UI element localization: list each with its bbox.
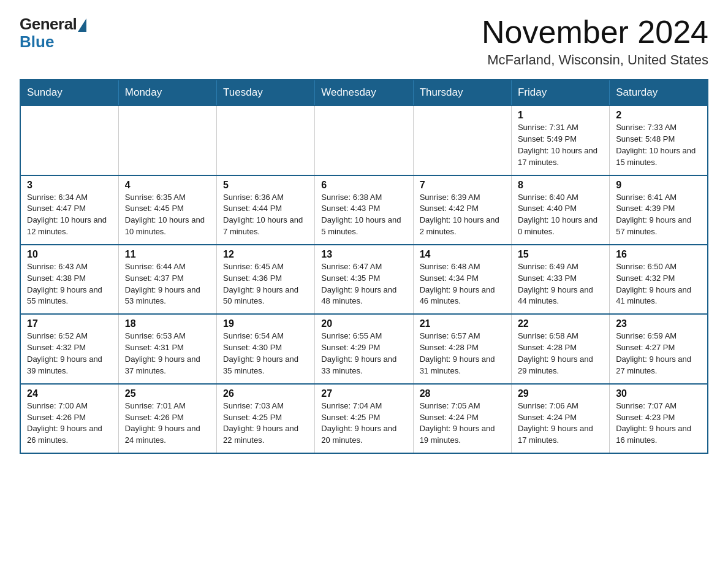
day-number: 24 [27, 388, 112, 399]
day-number: 9 [616, 180, 701, 191]
calendar-day-cell: 28Sunrise: 7:05 AM Sunset: 4:24 PM Dayli… [413, 384, 511, 453]
day-number: 10 [27, 249, 112, 260]
calendar-day-cell: 8Sunrise: 6:40 AM Sunset: 4:40 PM Daylig… [511, 175, 609, 245]
logo: General Blue [20, 15, 86, 52]
day-number: 18 [125, 318, 210, 329]
calendar-day-cell: 30Sunrise: 7:07 AM Sunset: 4:23 PM Dayli… [610, 384, 708, 453]
day-info: Sunrise: 6:47 AM Sunset: 4:35 PM Dayligh… [321, 261, 406, 307]
calendar-day-cell: 16Sunrise: 6:50 AM Sunset: 4:32 PM Dayli… [610, 245, 708, 314]
day-info: Sunrise: 7:00 AM Sunset: 4:26 PM Dayligh… [27, 400, 112, 446]
day-number: 4 [125, 180, 210, 191]
day-info: Sunrise: 6:44 AM Sunset: 4:37 PM Dayligh… [125, 261, 210, 307]
calendar-day-cell: 10Sunrise: 6:43 AM Sunset: 4:38 PM Dayli… [20, 245, 118, 314]
title-block: November 2024 McFarland, Wisconsin, Unit… [482, 15, 708, 68]
day-of-week-header: Sunday [20, 80, 118, 105]
day-number: 23 [616, 318, 701, 329]
page-header: General Blue November 2024 McFarland, Wi… [20, 15, 708, 68]
day-info: Sunrise: 6:40 AM Sunset: 4:40 PM Dayligh… [518, 192, 603, 238]
calendar-day-cell: 5Sunrise: 6:36 AM Sunset: 4:44 PM Daylig… [217, 175, 315, 245]
day-info: Sunrise: 6:41 AM Sunset: 4:39 PM Dayligh… [616, 192, 701, 238]
day-info: Sunrise: 6:45 AM Sunset: 4:36 PM Dayligh… [223, 261, 308, 307]
calendar-week-row: 1Sunrise: 7:31 AM Sunset: 5:49 PM Daylig… [20, 105, 708, 175]
day-number: 8 [518, 180, 603, 191]
day-info: Sunrise: 6:54 AM Sunset: 4:30 PM Dayligh… [223, 331, 308, 377]
calendar-day-cell [315, 105, 413, 175]
day-number: 6 [321, 180, 406, 191]
calendar-day-cell: 23Sunrise: 6:59 AM Sunset: 4:27 PM Dayli… [610, 314, 708, 383]
day-number: 17 [27, 318, 112, 329]
calendar-day-cell: 22Sunrise: 6:58 AM Sunset: 4:28 PM Dayli… [511, 314, 609, 383]
calendar-day-cell: 21Sunrise: 6:57 AM Sunset: 4:28 PM Dayli… [413, 314, 511, 383]
day-of-week-header: Tuesday [217, 80, 315, 105]
day-number: 20 [321, 318, 406, 329]
calendar-title: November 2024 [482, 15, 708, 50]
calendar-table: SundayMondayTuesdayWednesdayThursdayFrid… [20, 79, 708, 454]
day-of-week-header: Monday [118, 80, 216, 105]
day-of-week-header: Saturday [610, 80, 708, 105]
day-info: Sunrise: 6:58 AM Sunset: 4:28 PM Dayligh… [518, 331, 603, 377]
calendar-day-cell: 11Sunrise: 6:44 AM Sunset: 4:37 PM Dayli… [118, 245, 216, 314]
day-info: Sunrise: 6:36 AM Sunset: 4:44 PM Dayligh… [223, 192, 308, 238]
calendar-day-cell [20, 105, 118, 175]
day-number: 13 [321, 249, 406, 260]
day-number: 11 [125, 249, 210, 260]
calendar-day-cell: 25Sunrise: 7:01 AM Sunset: 4:26 PM Dayli… [118, 384, 216, 453]
day-info: Sunrise: 7:03 AM Sunset: 4:25 PM Dayligh… [223, 400, 308, 446]
day-of-week-header: Wednesday [315, 80, 413, 105]
calendar-day-cell: 29Sunrise: 7:06 AM Sunset: 4:24 PM Dayli… [511, 384, 609, 453]
day-info: Sunrise: 6:43 AM Sunset: 4:38 PM Dayligh… [27, 261, 112, 307]
calendar-day-cell: 19Sunrise: 6:54 AM Sunset: 4:30 PM Dayli… [217, 314, 315, 383]
calendar-day-cell: 27Sunrise: 7:04 AM Sunset: 4:25 PM Dayli… [315, 384, 413, 453]
day-number: 15 [518, 249, 603, 260]
day-info: Sunrise: 6:50 AM Sunset: 4:32 PM Dayligh… [616, 261, 701, 307]
day-number: 26 [223, 388, 308, 399]
day-number: 25 [125, 388, 210, 399]
logo-blue-text: Blue [20, 33, 54, 52]
day-number: 16 [616, 249, 701, 260]
day-number: 7 [420, 180, 505, 191]
day-info: Sunrise: 6:57 AM Sunset: 4:28 PM Dayligh… [420, 331, 505, 377]
day-number: 1 [518, 110, 603, 121]
calendar-day-cell [118, 105, 216, 175]
calendar-header-row: SundayMondayTuesdayWednesdayThursdayFrid… [20, 80, 708, 105]
calendar-day-cell: 6Sunrise: 6:38 AM Sunset: 4:43 PM Daylig… [315, 175, 413, 245]
day-info: Sunrise: 7:05 AM Sunset: 4:24 PM Dayligh… [420, 400, 505, 446]
day-number: 12 [223, 249, 308, 260]
day-number: 14 [420, 249, 505, 260]
day-number: 29 [518, 388, 603, 399]
day-number: 2 [616, 110, 701, 121]
calendar-day-cell [413, 105, 511, 175]
day-number: 27 [321, 388, 406, 399]
calendar-day-cell: 2Sunrise: 7:33 AM Sunset: 5:48 PM Daylig… [610, 105, 708, 175]
day-info: Sunrise: 6:53 AM Sunset: 4:31 PM Dayligh… [125, 331, 210, 377]
calendar-week-row: 3Sunrise: 6:34 AM Sunset: 4:47 PM Daylig… [20, 175, 708, 245]
day-info: Sunrise: 6:49 AM Sunset: 4:33 PM Dayligh… [518, 261, 603, 307]
day-info: Sunrise: 6:59 AM Sunset: 4:27 PM Dayligh… [616, 331, 701, 377]
logo-triangle-icon [78, 18, 86, 32]
calendar-day-cell: 15Sunrise: 6:49 AM Sunset: 4:33 PM Dayli… [511, 245, 609, 314]
day-number: 21 [420, 318, 505, 329]
day-info: Sunrise: 6:48 AM Sunset: 4:34 PM Dayligh… [420, 261, 505, 307]
day-info: Sunrise: 7:07 AM Sunset: 4:23 PM Dayligh… [616, 400, 701, 446]
day-info: Sunrise: 7:01 AM Sunset: 4:26 PM Dayligh… [125, 400, 210, 446]
day-number: 28 [420, 388, 505, 399]
day-info: Sunrise: 6:39 AM Sunset: 4:42 PM Dayligh… [420, 192, 505, 238]
calendar-day-cell: 24Sunrise: 7:00 AM Sunset: 4:26 PM Dayli… [20, 384, 118, 453]
calendar-week-row: 10Sunrise: 6:43 AM Sunset: 4:38 PM Dayli… [20, 245, 708, 314]
calendar-day-cell: 3Sunrise: 6:34 AM Sunset: 4:47 PM Daylig… [20, 175, 118, 245]
calendar-day-cell: 12Sunrise: 6:45 AM Sunset: 4:36 PM Dayli… [217, 245, 315, 314]
calendar-subtitle: McFarland, Wisconsin, United States [482, 52, 708, 68]
day-number: 3 [27, 180, 112, 191]
calendar-day-cell: 7Sunrise: 6:39 AM Sunset: 4:42 PM Daylig… [413, 175, 511, 245]
day-info: Sunrise: 7:04 AM Sunset: 4:25 PM Dayligh… [321, 400, 406, 446]
calendar-day-cell: 13Sunrise: 6:47 AM Sunset: 4:35 PM Dayli… [315, 245, 413, 314]
day-info: Sunrise: 6:34 AM Sunset: 4:47 PM Dayligh… [27, 192, 112, 238]
calendar-day-cell: 20Sunrise: 6:55 AM Sunset: 4:29 PM Dayli… [315, 314, 413, 383]
day-info: Sunrise: 6:38 AM Sunset: 4:43 PM Dayligh… [321, 192, 406, 238]
day-info: Sunrise: 7:06 AM Sunset: 4:24 PM Dayligh… [518, 400, 603, 446]
day-of-week-header: Friday [511, 80, 609, 105]
day-info: Sunrise: 6:52 AM Sunset: 4:32 PM Dayligh… [27, 331, 112, 377]
calendar-week-row: 17Sunrise: 6:52 AM Sunset: 4:32 PM Dayli… [20, 314, 708, 383]
day-number: 30 [616, 388, 701, 399]
day-info: Sunrise: 6:55 AM Sunset: 4:29 PM Dayligh… [321, 331, 406, 377]
